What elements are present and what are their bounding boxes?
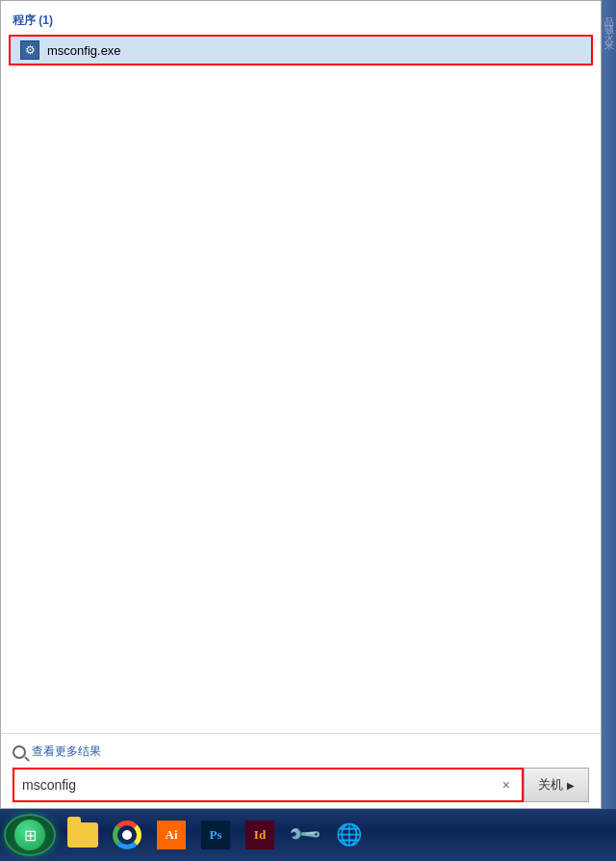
photoshop-icon: Ps: [201, 821, 230, 849]
bottom-area: 查看更多结果 × 关机 ▶: [1, 733, 601, 808]
taskbar-indesign-button[interactable]: Id: [239, 814, 281, 856]
taskbar-folder-button[interactable]: [62, 814, 104, 856]
see-more-link[interactable]: 查看更多结果: [13, 740, 589, 764]
msconfig-exe-icon: [20, 40, 39, 60]
start-menu: 程序 (1) msconfig.exe 查看更多结果 × 关机 ▶: [0, 0, 602, 809]
screwdriver-icon: 🔧: [286, 817, 321, 852]
chrome-icon: [113, 821, 141, 849]
folder-icon: [67, 822, 98, 848]
result-item-msconfig[interactable]: msconfig.exe: [9, 35, 593, 65]
taskbar-chrome-button[interactable]: [106, 814, 148, 856]
shutdown-button[interactable]: 关机 ▶: [524, 768, 589, 802]
illustrator-icon: Ai: [157, 821, 186, 849]
search-input[interactable]: [22, 777, 499, 793]
clear-button[interactable]: ×: [499, 777, 514, 793]
right-sidebar: 品 骚 火 米: [602, 0, 616, 809]
result-item-label: msconfig.exe: [47, 43, 121, 58]
taskbar-illustrator-button[interactable]: Ai: [150, 814, 192, 856]
shutdown-label: 关机: [538, 776, 563, 794]
shutdown-arrow-icon: ▶: [567, 780, 575, 791]
search-results-area: 程序 (1) msconfig.exe: [1, 1, 601, 733]
start-orb: ⊞: [14, 820, 45, 850]
taskbar: ⊞ Ai Ps Id 🔧 🌐: [0, 809, 616, 861]
search-input-wrapper[interactable]: ×: [13, 768, 524, 802]
windows-logo-icon: ⊞: [24, 826, 37, 845]
indesign-icon: Id: [245, 821, 274, 849]
taskbar-photoshop-button[interactable]: Ps: [194, 814, 237, 856]
section-header: 程序 (1): [1, 9, 601, 33]
search-icon: [13, 745, 26, 759]
network-icon: 🌐: [336, 822, 362, 848]
taskbar-tools-button[interactable]: 🔧: [283, 814, 325, 856]
start-button[interactable]: ⊞: [4, 814, 56, 856]
taskbar-network-button[interactable]: 🌐: [327, 814, 370, 856]
see-more-label: 查看更多结果: [32, 744, 101, 760]
search-bar-row: × 关机 ▶: [13, 768, 589, 802]
